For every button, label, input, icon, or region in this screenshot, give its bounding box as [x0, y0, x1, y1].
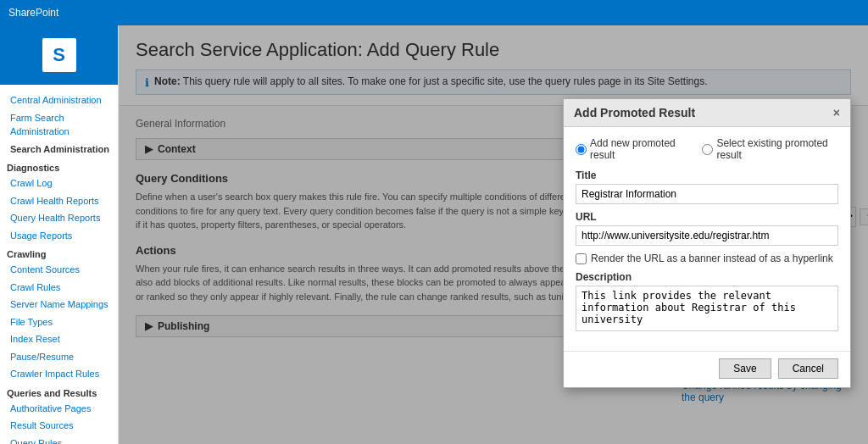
modal-save-button[interactable]: Save — [719, 358, 771, 379]
sidebar-item-farm-search[interactable]: Farm Search Administration — [7, 109, 113, 141]
modal-title-label: Title — [576, 169, 838, 181]
sidebar-item-server-name-mappings[interactable]: Server Name Mappings — [7, 296, 113, 314]
sidebar-item-content-sources[interactable]: Content Sources — [7, 261, 113, 279]
modal-description-input[interactable]: This link provides the relevant informat… — [576, 286, 838, 331]
modal-description-label: Description — [576, 271, 838, 283]
sidebar-group-crawling: Crawling — [7, 249, 113, 259]
radio-new-label: Add new promoted result — [590, 137, 688, 161]
sidebar-item-file-types[interactable]: File Types — [7, 314, 113, 331]
sidebar-group-diagnostics: Diagnostics — [7, 163, 113, 173]
radio-existing-label: Select existing promoted result — [716, 137, 838, 161]
sidebar-item-query-rules[interactable]: Query Rules — [7, 435, 113, 445]
sidebar-item-query-health[interactable]: Query Health Reports — [7, 209, 113, 227]
sidebar-item-crawler-impact[interactable]: Crawler Impact Rules — [7, 365, 113, 383]
add-promoted-result-modal: Add Promoted Result × Add new promoted r… — [563, 98, 851, 388]
sidebar-item-crawl-rules[interactable]: Crawl Rules — [7, 279, 113, 297]
sidebar-item-search-admin[interactable]: Search Administration — [7, 141, 113, 158]
sidebar-item-index-reset[interactable]: Index Reset — [7, 330, 113, 348]
modal-title: Add Promoted Result — [574, 106, 695, 119]
sidebar-item-authoritative-pages[interactable]: Authoritative Pages — [7, 400, 113, 418]
sidebar-item-central-admin[interactable]: Central Administration — [7, 92, 113, 109]
sidebar-item-pause-resume[interactable]: Pause/Resume — [7, 348, 113, 366]
sidebar-item-crawl-health[interactable]: Crawl Health Reports — [7, 192, 113, 210]
sidebar-logo: S — [0, 25, 118, 85]
sidebar-group-queries: Queries and Results — [7, 388, 113, 398]
modal-header: Add Promoted Result × — [564, 99, 850, 127]
main-content: Search Service Application: Add Query Ru… — [119, 25, 868, 444]
top-bar-title: SharePoint — [8, 7, 58, 19]
modal-radio-row: Add new promoted result Select existing … — [576, 137, 838, 161]
top-bar: SharePoint — [0, 0, 868, 25]
modal-footer: Save Cancel — [564, 351, 850, 387]
sidebar: S Central Administration Farm Search Adm… — [0, 25, 119, 444]
modal-body: Add new promoted result Select existing … — [564, 127, 850, 351]
modal-cancel-button[interactable]: Cancel — [778, 358, 838, 379]
sidebar-item-usage-reports[interactable]: Usage Reports — [7, 227, 113, 245]
radio-existing-option[interactable]: Select existing promoted result — [702, 137, 838, 161]
modal-close-button[interactable]: × — [833, 106, 840, 119]
sharepoint-icon: S — [42, 38, 76, 72]
sidebar-item-result-sources[interactable]: Result Sources — [7, 417, 113, 435]
modal-title-input[interactable] — [576, 184, 838, 204]
modal-overlay: Add Promoted Result × Add new promoted r… — [119, 25, 868, 444]
radio-existing-input[interactable] — [702, 144, 713, 155]
radio-new-input[interactable] — [576, 144, 587, 155]
sidebar-item-crawl-log[interactable]: Crawl Log — [7, 175, 113, 192]
render-checkbox-row: Render the URL as a banner instead of as… — [576, 253, 838, 264]
modal-url-label: URL — [576, 211, 838, 223]
render-label: Render the URL as a banner instead of as… — [591, 253, 833, 264]
radio-new-option[interactable]: Add new promoted result — [576, 137, 688, 161]
render-checkbox[interactable] — [576, 253, 587, 264]
modal-url-input[interactable] — [576, 225, 838, 246]
